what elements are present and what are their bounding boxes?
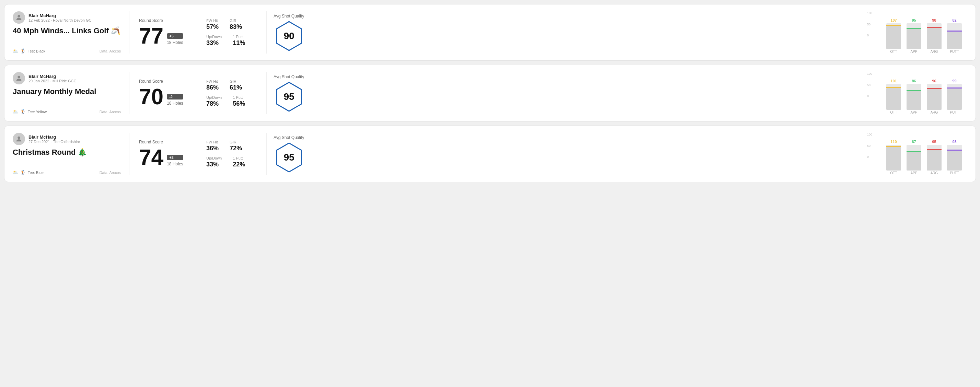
quality-score: 95 bbox=[283, 91, 294, 102]
chart-col-arg: 96 bbox=[927, 79, 942, 110]
chart-section: 100 50 0 101 86 96 bbox=[871, 72, 967, 114]
score-section: Round Score 70 -2 18 Holes bbox=[129, 72, 198, 114]
stats-row-bottom: Up/Down 78% 1 Putt 56% bbox=[206, 95, 258, 107]
tee-info: 🌥️ 🏌️ Tee: Yellow bbox=[13, 109, 47, 114]
chart-col-arg: 95 bbox=[927, 140, 942, 171]
stat-oneputt: 1 Putt 22% bbox=[233, 156, 245, 168]
score-label: Round Score bbox=[139, 79, 188, 84]
weather-icon: 🌥️ bbox=[13, 48, 18, 54]
round-card-round-3: Blair McHarg 27 Dec 2021 · The Oxfordshi… bbox=[4, 125, 976, 182]
stats-row-top: FW Hit 86% GIR 61% bbox=[206, 79, 258, 91]
card-footer: 🌥️ 🏌️ Tee: Blue Data: Arccos bbox=[13, 170, 121, 175]
chart-col-app: 87 bbox=[907, 140, 921, 171]
stat-updown: Up/Down 33% bbox=[206, 35, 222, 47]
quality-label: Avg Shot Quality bbox=[274, 135, 864, 140]
quality-label: Avg Shot Quality bbox=[274, 14, 864, 19]
tee-info: 🌥️ 🏌️ Tee: Black bbox=[13, 48, 45, 54]
quality-score: 90 bbox=[283, 30, 294, 41]
round-title: January Monthly Medal bbox=[13, 87, 121, 96]
svg-point-2 bbox=[18, 136, 20, 139]
score-section: Round Score 74 +2 18 Holes bbox=[129, 133, 198, 175]
quality-label: Avg Shot Quality bbox=[274, 75, 864, 79]
stat-updown: Up/Down 78% bbox=[206, 95, 222, 107]
avatar bbox=[13, 72, 25, 84]
score-badge: -2 bbox=[167, 94, 183, 100]
quality-inner: 95 bbox=[274, 81, 864, 112]
user-name: Blair McHarg bbox=[29, 13, 91, 18]
chart-col-ott: 101 bbox=[886, 79, 901, 110]
chart-section: 100 50 0 107 95 98 bbox=[871, 11, 967, 54]
svg-point-0 bbox=[18, 15, 20, 17]
user-details: Blair McHarg 29 Jan 2022 · Mill Ride GCC bbox=[29, 74, 76, 83]
quality-inner: 95 bbox=[274, 142, 864, 173]
chart-col-ott: 107 bbox=[886, 18, 901, 49]
score-label: Round Score bbox=[139, 140, 188, 144]
chart-col-putt: 93 bbox=[947, 140, 962, 171]
score-holes: 18 Holes bbox=[167, 101, 183, 106]
data-source: Data: Arccos bbox=[100, 171, 121, 174]
stats-section: FW Hit 86% GIR 61% Up/Down 78% 1 Putt 56… bbox=[198, 72, 267, 114]
user-meta: 29 Jan 2022 · Mill Ride GCC bbox=[29, 79, 76, 83]
chart-col-ott: 110 bbox=[886, 140, 901, 171]
quality-section: Avg Shot Quality 95 bbox=[267, 133, 871, 175]
bag-icon: 🏌️ bbox=[20, 170, 26, 175]
score-row: 74 +2 18 Holes bbox=[139, 146, 188, 168]
user-meta: 27 Dec 2021 · The Oxfordshire bbox=[29, 140, 80, 144]
tee-info: 🌥️ 🏌️ Tee: Blue bbox=[13, 170, 44, 175]
score-badge-group: +2 18 Holes bbox=[167, 155, 183, 168]
hexagon: 90 bbox=[274, 21, 304, 51]
stat-fw-hit: FW Hit 86% bbox=[206, 79, 219, 91]
card-left: Blair McHarg 27 Dec 2021 · The Oxfordshi… bbox=[13, 133, 129, 175]
stat-oneputt: 1 Putt 56% bbox=[233, 95, 245, 107]
hexagon: 95 bbox=[274, 142, 304, 173]
score-holes: 18 Holes bbox=[167, 162, 183, 167]
stats-section: FW Hit 57% GIR 83% Up/Down 33% 1 Putt 11… bbox=[198, 11, 267, 54]
quality-score: 95 bbox=[283, 152, 294, 163]
score-badge-group: -2 18 Holes bbox=[167, 94, 183, 108]
stat-updown: Up/Down 33% bbox=[206, 156, 222, 168]
user-name: Blair McHarg bbox=[29, 135, 80, 140]
score-number: 77 bbox=[139, 25, 163, 47]
round-card-round-2: Blair McHarg 29 Jan 2022 · Mill Ride GCC… bbox=[4, 65, 976, 121]
card-left: Blair McHarg 29 Jan 2022 · Mill Ride GCC… bbox=[13, 72, 129, 114]
card-footer: 🌥️ 🏌️ Tee: Black Data: Arccos bbox=[13, 48, 121, 54]
score-number: 74 bbox=[139, 146, 163, 168]
score-row: 77 +5 18 Holes bbox=[139, 25, 188, 47]
round-title: 40 Mph Winds... Links Golf 🪃 bbox=[13, 26, 121, 35]
user-name: Blair McHarg bbox=[29, 74, 76, 79]
score-badge: +5 bbox=[167, 33, 183, 39]
score-row: 70 -2 18 Holes bbox=[139, 86, 188, 108]
tee-label: Tee: Yellow bbox=[28, 110, 47, 114]
data-source: Data: Arccos bbox=[100, 110, 121, 114]
chart-col-arg: 98 bbox=[927, 18, 942, 49]
stats-row-bottom: Up/Down 33% 1 Putt 11% bbox=[206, 35, 258, 47]
stats-section: FW Hit 36% GIR 72% Up/Down 33% 1 Putt 22… bbox=[198, 133, 267, 175]
score-number: 70 bbox=[139, 86, 163, 108]
round-card-round-1: Blair McHarg 12 Feb 2022 · Royal North D… bbox=[4, 4, 976, 61]
bag-icon: 🏌️ bbox=[20, 109, 26, 114]
stat-gir: GIR 72% bbox=[230, 140, 242, 152]
card-footer: 🌥️ 🏌️ Tee: Yellow Data: Arccos bbox=[13, 109, 121, 114]
user-info: Blair McHarg 12 Feb 2022 · Royal North D… bbox=[13, 11, 121, 24]
quality-section: Avg Shot Quality 90 bbox=[267, 11, 871, 54]
stat-fw-hit: FW Hit 36% bbox=[206, 140, 219, 152]
chart-col-putt: 82 bbox=[947, 18, 962, 49]
quality-section: Avg Shot Quality 95 bbox=[267, 72, 871, 114]
weather-icon: 🌥️ bbox=[13, 170, 18, 175]
stats-row-top: FW Hit 57% GIR 83% bbox=[206, 19, 258, 30]
user-info: Blair McHarg 29 Jan 2022 · Mill Ride GCC bbox=[13, 72, 121, 84]
avatar bbox=[13, 11, 25, 24]
stat-fw-hit: FW Hit 57% bbox=[206, 19, 219, 30]
stat-gir: GIR 61% bbox=[230, 79, 242, 91]
weather-icon: 🌥️ bbox=[13, 109, 18, 114]
bag-icon: 🏌️ bbox=[20, 48, 26, 54]
stats-row-top: FW Hit 36% GIR 72% bbox=[206, 140, 258, 152]
user-details: Blair McHarg 27 Dec 2021 · The Oxfordshi… bbox=[29, 135, 80, 144]
avatar bbox=[13, 133, 25, 145]
card-left: Blair McHarg 12 Feb 2022 · Royal North D… bbox=[13, 11, 129, 54]
score-badge-group: +5 18 Holes bbox=[167, 33, 183, 47]
round-title: Christmas Round 🎄 bbox=[13, 148, 121, 157]
chart-section: 100 50 0 110 87 95 bbox=[871, 133, 967, 175]
tee-label: Tee: Blue bbox=[28, 171, 44, 174]
user-details: Blair McHarg 12 Feb 2022 · Royal North D… bbox=[29, 13, 91, 22]
